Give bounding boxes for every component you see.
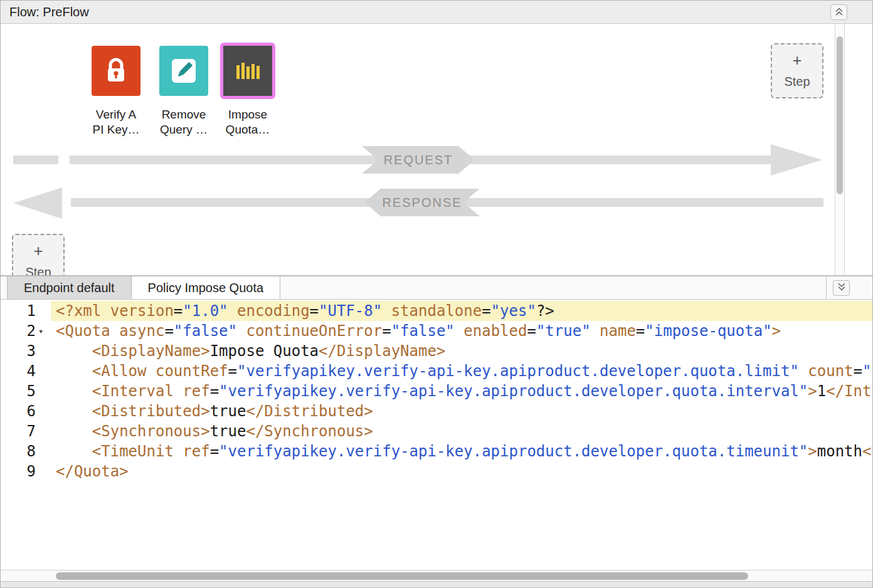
tab-label: Endpoint default xyxy=(24,281,115,295)
double-chevron-up-icon xyxy=(834,6,844,19)
code-text: <Quota async="false" continueOnError="fa… xyxy=(51,321,872,341)
code-line[interactable]: 8 <TimeUnit ref="verifyapikey.verify-api… xyxy=(1,441,872,461)
line-number-gutter: 1 xyxy=(1,301,51,321)
apigee-flow-editor: Flow: PreFlow Ver xyxy=(0,0,873,588)
editor-tab-bar: Endpoint default Policy Impose Quota xyxy=(1,276,872,300)
tab-policy-impose-quota[interactable]: Policy Impose Quota xyxy=(132,276,281,299)
code-text: <Synchronous>true</Synchronous> xyxy=(51,421,872,441)
code-text: <DisplayName>Impose Quota</DisplayName> xyxy=(51,341,872,361)
policy-label-line2: Query … xyxy=(160,123,208,136)
code-line[interactable]: 6 <Distributed>true</Distributed> xyxy=(1,401,872,421)
tab-endpoint-default[interactable]: Endpoint default xyxy=(7,276,132,299)
horizontal-scrollbar-thumb[interactable] xyxy=(56,572,748,580)
line-number-gutter: 8 xyxy=(1,441,51,461)
double-chevron-down-icon xyxy=(837,281,847,294)
window-bottom-edge xyxy=(1,581,872,587)
code-editor[interactable]: 1<?xml version="1.0" encoding="UTF-8" st… xyxy=(1,300,872,570)
policy-label-line1: Verify A xyxy=(96,108,136,121)
lock-icon xyxy=(92,46,140,96)
line-number-gutter: 7 xyxy=(1,421,51,441)
request-label: REQUEST xyxy=(362,146,475,174)
response-label-text: RESPONSE xyxy=(382,196,462,210)
flow-canvas: Verify A PI Key… Remove Query … xyxy=(1,24,872,276)
code-line[interactable]: 4 <Allow countRef="verifyapikey.verify-a… xyxy=(1,361,872,381)
code-text: <Allow countRef="verifyapikey.verify-api… xyxy=(51,361,872,381)
add-step-button-response[interactable]: + Step xyxy=(12,234,65,276)
policy-label-impose-quota: Impose Quota… xyxy=(207,107,288,137)
collapse-editor-panel-button[interactable] xyxy=(833,280,850,296)
line-number-gutter: 6 xyxy=(1,401,51,421)
flow-title: Flow: PreFlow xyxy=(9,1,89,23)
plus-icon: + xyxy=(772,51,822,70)
collapse-flow-panel-button[interactable] xyxy=(830,4,847,20)
flow-panel: Flow: PreFlow Ver xyxy=(1,1,872,276)
code-line[interactable]: 7 <Synchronous>true</Synchronous> xyxy=(1,421,872,441)
flow-header: Flow: PreFlow xyxy=(1,1,872,24)
line-number: 1 xyxy=(27,301,36,321)
add-step-button-request[interactable]: + Step xyxy=(771,43,823,98)
line-number-gutter: 2▾ xyxy=(1,321,51,341)
tab-bar-right xyxy=(826,276,872,299)
code-text: <Interval ref="verifyapikey.verify-api-k… xyxy=(51,381,872,401)
horizontal-scrollbar[interactable] xyxy=(1,570,872,581)
line-number: 5 xyxy=(27,381,36,401)
policy-remove-query[interactable] xyxy=(159,46,208,96)
code-text: </Quota> xyxy=(51,461,872,481)
policy-verify-api-key[interactable] xyxy=(92,46,140,96)
line-number: 3 xyxy=(27,341,36,361)
fold-marker-icon[interactable]: ▾ xyxy=(38,321,43,341)
request-label-text: REQUEST xyxy=(384,153,453,167)
line-number-gutter: 9 xyxy=(1,461,51,481)
plus-icon: + xyxy=(13,241,63,260)
line-number-gutter: 3 xyxy=(1,341,51,361)
line-number: 8 xyxy=(27,441,36,461)
line-number: 7 xyxy=(27,421,36,441)
add-step-label: Step xyxy=(772,73,822,90)
code-line[interactable]: 1<?xml version="1.0" encoding="UTF-8" st… xyxy=(1,301,872,321)
code-line[interactable]: 9</Quota> xyxy=(1,461,872,481)
vertical-scrollbar-thumb[interactable] xyxy=(837,36,843,194)
add-step-label: Step xyxy=(13,264,63,276)
request-arrowhead-icon xyxy=(771,144,822,176)
bar-chart-icon xyxy=(223,46,272,96)
code-line[interactable]: 2▾<Quota async="false" continueOnError="… xyxy=(1,321,872,341)
code-line[interactable]: 5 <Interval ref="verifyapikey.verify-api… xyxy=(1,381,872,401)
request-flow-bar-start xyxy=(13,155,58,164)
policy-label-line1: Impose xyxy=(228,108,267,121)
line-number: 9 xyxy=(27,461,36,481)
line-number: 6 xyxy=(27,401,36,421)
policy-label-line2: PI Key… xyxy=(93,123,140,136)
code-text: <?xml version="1.0" encoding="UTF-8" sta… xyxy=(51,301,872,321)
response-arrowhead-icon xyxy=(13,187,62,219)
response-label: RESPONSE xyxy=(364,189,480,216)
policy-label-line1: Remove xyxy=(162,108,206,121)
tab-label: Policy Impose Quota xyxy=(148,281,264,295)
code-text: <Distributed>true</Distributed> xyxy=(51,401,872,421)
policy-label-line2: Quota… xyxy=(226,123,270,136)
code-text: <TimeUnit ref="verifyapikey.verify-api-k… xyxy=(51,441,872,461)
line-number-gutter: 5 xyxy=(1,381,51,401)
pencil-icon xyxy=(159,46,208,96)
line-number: 2 xyxy=(27,321,36,341)
line-number-gutter: 4 xyxy=(1,361,51,381)
policy-impose-quota[interactable] xyxy=(220,43,275,99)
code-line[interactable]: 3 <DisplayName>Impose Quota</DisplayName… xyxy=(1,341,872,361)
line-number: 4 xyxy=(27,361,36,381)
vertical-scrollbar[interactable] xyxy=(835,24,845,275)
